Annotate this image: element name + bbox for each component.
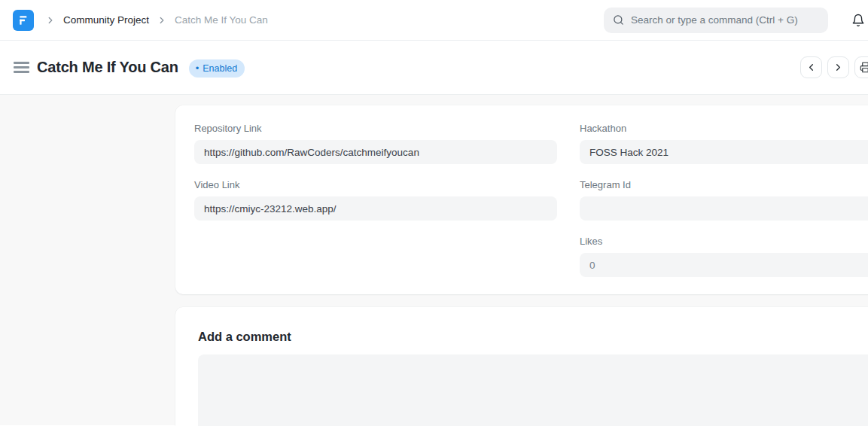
- field-label: Repository Link: [194, 123, 557, 134]
- printer-icon: [860, 62, 868, 73]
- hamburger-icon: [14, 62, 29, 64]
- status-badge: • Enabled: [189, 59, 245, 78]
- global-search[interactable]: [604, 8, 828, 33]
- page-title: Catch Me If You Can: [37, 59, 178, 76]
- search-icon: [613, 14, 624, 26]
- comment-heading: Add a comment: [198, 330, 868, 344]
- status-dot: •: [196, 63, 199, 73]
- app-window: Community Project Catch Me If You Can Ca…: [0, 0, 868, 426]
- comment-section-card: Add a comment: [175, 307, 868, 426]
- search-input[interactable]: [631, 14, 819, 26]
- chevron-right-icon: [833, 62, 844, 73]
- form-section-card: Repository Link Video Link Hackathon Tel…: [175, 105, 868, 294]
- field-label: Video Link: [194, 179, 557, 190]
- hackathon-input[interactable]: [580, 140, 868, 164]
- frappe-logo-icon: [17, 14, 29, 26]
- form-field-repository-link: Repository Link: [194, 123, 557, 164]
- chevron-right-icon: [157, 15, 167, 26]
- page-body: Repository Link Video Link Hackathon Tel…: [0, 95, 868, 425]
- record-nav-buttons: [800, 56, 868, 78]
- likes-input[interactable]: [580, 253, 868, 277]
- chevron-right-icon: [45, 15, 56, 26]
- form-field-telegram-id: Telegram Id: [580, 179, 868, 221]
- chevron-left-icon: [806, 62, 817, 73]
- telegram-id-input[interactable]: [580, 196, 868, 221]
- top-navbar: Community Project Catch Me If You Can: [0, 0, 868, 41]
- form-left-column: Repository Link Video Link: [194, 123, 557, 277]
- frappe-logo[interactable]: [13, 10, 34, 31]
- next-record-button[interactable]: [827, 56, 849, 78]
- form-right-column: Hackathon Telegram Id Likes: [580, 123, 868, 277]
- navbar-actions: [604, 8, 866, 33]
- breadcrumb: Community Project Catch Me If You Can: [13, 10, 268, 31]
- repository-link-input[interactable]: [194, 140, 557, 164]
- status-badge-label: Enabled: [203, 63, 237, 74]
- bell-icon: [851, 14, 865, 27]
- field-label: Telegram Id: [580, 179, 868, 190]
- video-link-input[interactable]: [194, 196, 557, 221]
- form-field-likes: Likes: [580, 236, 868, 277]
- prev-record-button[interactable]: [800, 56, 822, 78]
- form-field-video-link: Video Link: [194, 179, 557, 221]
- breadcrumb-current: Catch Me If You Can: [175, 14, 268, 26]
- print-button[interactable]: [854, 56, 868, 78]
- notifications-button[interactable]: [851, 14, 865, 27]
- field-label: Hackathon: [580, 123, 868, 134]
- breadcrumb-link-community-project[interactable]: Community Project: [63, 14, 149, 26]
- comment-input[interactable]: [198, 354, 868, 426]
- form-field-hackathon: Hackathon: [580, 123, 868, 164]
- field-label: Likes: [580, 236, 868, 247]
- sidebar-toggle-button[interactable]: [14, 62, 29, 73]
- page-head: Catch Me If You Can • Enabled: [0, 41, 868, 95]
